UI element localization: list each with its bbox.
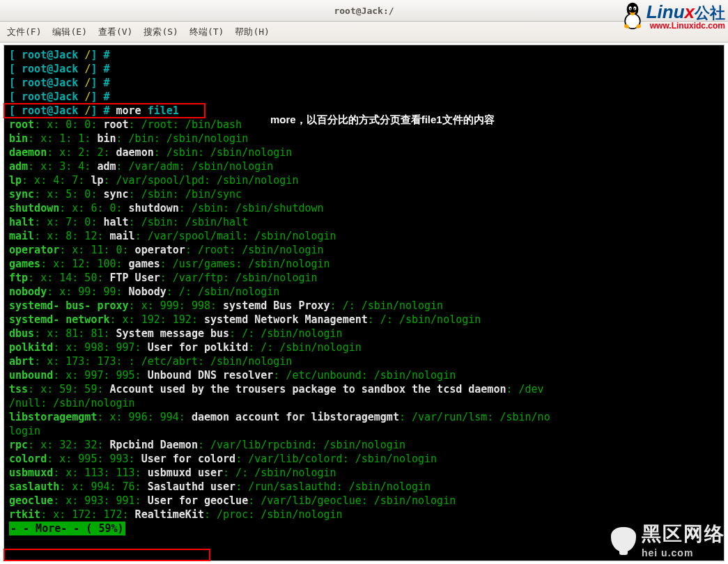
watermark-brand: Linu	[646, 1, 685, 22]
file-line: games: x: 12: 100: games: /usr/games: /s…	[9, 257, 719, 271]
file-line: tss: x: 59: 59: Account used by the trou…	[9, 382, 719, 396]
file-line: colord: x: 995: 993: User for colord: /v…	[9, 452, 719, 466]
file-line: libstoragemgmt: x: 996: 994: daemon acco…	[9, 410, 719, 424]
annotation-text: more，以百分比的方式分页查看file1文件的内容	[270, 113, 495, 127]
window-title: root@Jack:/	[334, 6, 394, 16]
mushroom-icon	[611, 527, 636, 552]
watermark-brand-x: x	[685, 1, 695, 22]
svg-point-4	[630, 8, 631, 10]
watermark-bottom-right: 黑区网络 hei u.com	[611, 521, 725, 558]
menu-file[interactable]: 文件(F)	[7, 26, 41, 38]
watermark-url: www.Linuxidc.com	[646, 21, 725, 31]
file-line: bin: x: 1: 1: bin: /bin: /sbin/nologin	[9, 132, 719, 146]
file-line: shutdown: x: 6: 0: shutdown: /sbin: /sbi…	[9, 201, 719, 215]
prompt-line: [ root@Jack /] #	[9, 90, 719, 104]
file-line: dbus: x: 81: 81: System message bus: /: …	[9, 327, 719, 340]
file-line: halt: x: 7: 0: halt: /sbin: /sbin/halt	[9, 215, 719, 229]
file-line: usbmuxd: x: 113: 113: usbmuxd user: /: /…	[9, 466, 719, 480]
file-line: rpc: x: 32: 32: Rpcbind Daemon: /var/lib…	[9, 438, 719, 452]
watermark-brand-cn: 公社	[695, 4, 725, 22]
file-line: nobody: x: 99: 99: Nobody: /: /sbin/nolo…	[9, 285, 719, 299]
window-titlebar: root@Jack:/	[0, 0, 728, 22]
watermark2-sub: hei u.com	[642, 547, 725, 558]
redbox-command	[3, 103, 206, 118]
prompt-line: [ root@Jack /] #	[9, 76, 719, 90]
watermark2-text: 黑区网络	[642, 523, 725, 545]
file-line: lp: x: 4: 7: lp: /var/spool/lpd: /sbin/n…	[9, 173, 719, 187]
file-line: operator: x: 11: 0: operator: /root: /sb…	[9, 243, 719, 257]
file-line: systemd- bus- proxy: x: 999: 998: system…	[9, 299, 719, 313]
prompt-line: [ root@Jack /] #	[9, 62, 719, 76]
menu-terminal[interactable]: 终端(T)	[189, 26, 224, 38]
file-line: sync: x: 5: 0: sync: /sbin: /bin/sync	[9, 187, 719, 201]
file-line: adm: x: 3: 4: adm: /var/adm: /sbin/nolog…	[9, 159, 719, 173]
tux-icon	[621, 1, 644, 29]
file-line: unbound: x: 997: 995: Unbound DNS resolv…	[9, 368, 719, 382]
file-line: abrt: x: 173: 173: : /etc/abrt: /sbin/no…	[9, 354, 719, 368]
file-line-cont: /null: /sbin/nologin	[9, 396, 719, 410]
prompt-line: [ root@Jack /] #	[9, 48, 719, 62]
file-line: mail: x: 8: 12: mail: /var/spool/mail: /…	[9, 229, 719, 243]
menu-edit[interactable]: 编辑(E)	[52, 26, 86, 38]
file-line: saslauth: x: 994: 76: Saslauthd user: /r…	[9, 480, 719, 494]
menu-view[interactable]: 查看(V)	[98, 26, 132, 38]
menu-search[interactable]: 搜索(S)	[144, 26, 178, 38]
redbox-more-status	[3, 549, 210, 561]
file-line: daemon: x: 2: 2: daemon: /sbin: /sbin/no…	[9, 146, 719, 159]
menu-bar: 文件(F) 编辑(E) 查看(V) 搜索(S) 终端(T) 帮助(H)	[0, 22, 728, 42]
watermark-top-right: Linux公社 www.Linuxidc.com	[621, 1, 725, 31]
file-line-cont: login	[9, 424, 719, 438]
menu-help[interactable]: 帮助(H)	[235, 26, 269, 38]
file-line: polkitd: x: 998: 997: User for polkitd: …	[9, 340, 719, 354]
svg-point-5	[634, 8, 635, 10]
terminal-pane[interactable]: [ root@Jack /] # [ root@Jack /] # [ root…	[3, 45, 725, 561]
file-line: systemd- network: x: 192: 192: systemd N…	[9, 313, 719, 327]
file-line: rtkit: x: 172: 172: RealtimeKit: /proc: …	[9, 508, 719, 522]
file-line: geoclue: x: 993: 991: User for geoclue: …	[9, 494, 719, 508]
file-line: ftp: x: 14: 50: FTP User: /var/ftp: /sbi…	[9, 271, 719, 285]
